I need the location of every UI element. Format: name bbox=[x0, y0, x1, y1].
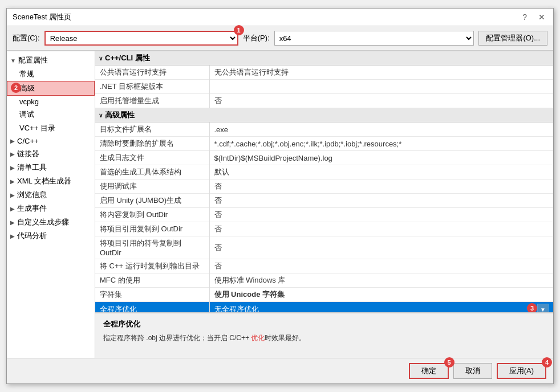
cancel-button[interactable]: 取消 bbox=[453, 363, 492, 379]
highlight-text: 优化 bbox=[251, 334, 265, 342]
prop-value: $(IntDir)$(MSBuildProjectName).log bbox=[209, 151, 553, 165]
table-row[interactable]: 将内容复制到 OutDir 否 bbox=[95, 208, 553, 222]
prop-key: 将项目引用复制到 OutDir bbox=[95, 222, 209, 236]
help-button[interactable]: ? bbox=[520, 13, 529, 22]
prop-key: 将项目引用的符号复制到 OutDir bbox=[95, 236, 209, 259]
prop-key: 启用 Unity (JUMBO)生成 bbox=[95, 194, 209, 208]
prop-value: *.cdf;*.cache;*.obj;*.obj.enc;*.ilk;*.ip… bbox=[209, 137, 553, 151]
table-row[interactable]: 将项目引用复制到 OutDir 否 bbox=[95, 222, 553, 236]
manifest-arrow-icon: ▶ bbox=[10, 165, 15, 171]
platform-label: 平台(P): bbox=[243, 33, 270, 43]
table-row[interactable]: 清除时要删除的扩展名 *.cdf;*.cache;*.obj;*.obj.enc… bbox=[95, 137, 553, 151]
prop-value: 使用标准 Windows 库 bbox=[209, 273, 553, 288]
section-cppcli-header: ∨ C++/CLI 属性 bbox=[95, 51, 553, 66]
table-row[interactable]: MFC 的使用 使用标准 Windows 库 bbox=[95, 273, 553, 288]
sidebar-item-label: 高级 bbox=[20, 84, 35, 92]
prop-key: 使用调试库 bbox=[95, 179, 209, 194]
main-panel: ∨ C++/CLI 属性 公共语言运行时支持 无公共语言运行时支持 .NET 目… bbox=[95, 51, 553, 358]
dropdown-arrow-button[interactable]: ▼ bbox=[537, 304, 549, 312]
description-area: 全程序优化 指定程序将跨 .obj 边界进行优化；当开启 C/C++ 优化时效果… bbox=[95, 312, 553, 358]
prop-value: 无全程序优化 ▼ 3 bbox=[209, 302, 553, 313]
table-row[interactable]: 首选的生成工具体系结构 默认 bbox=[95, 165, 553, 179]
sidebar-code-label: 代码分析 bbox=[17, 231, 47, 241]
prop-key: 生成日志文件 bbox=[95, 151, 209, 165]
sidebar-custom-header[interactable]: ▶ 自定义生成步骤 bbox=[7, 215, 95, 229]
prop-value: 无公共语言运行时支持 bbox=[209, 66, 553, 80]
sidebar-item-label: 调试 bbox=[19, 110, 34, 119]
props-area: ∨ C++/CLI 属性 公共语言运行时支持 无公共语言运行时支持 .NET 目… bbox=[95, 51, 553, 312]
selected-row-value: 无全程序优化 ▼ bbox=[214, 304, 549, 312]
prop-key: 启用托管增量生成 bbox=[95, 94, 209, 108]
sidebar-root-header[interactable]: ▼ 配置属性 bbox=[7, 54, 95, 67]
prop-key: 清除时要删除的扩展名 bbox=[95, 137, 209, 151]
prop-value: 否 bbox=[209, 208, 553, 222]
cppcli-arrow-icon: ∨ bbox=[99, 55, 103, 62]
config-select[interactable]: Release bbox=[44, 31, 238, 46]
bottom-bar: 确定 5 取消 应用(A) 4 bbox=[7, 358, 553, 383]
title-controls: ? ✕ bbox=[520, 13, 547, 22]
sidebar-linker-header[interactable]: ▶ 链接器 bbox=[7, 147, 95, 161]
prop-value: 否 bbox=[209, 259, 553, 273]
table-row[interactable]: 字符集 使用 Unicode 字符集 bbox=[95, 288, 553, 302]
config-label: 配置(C): bbox=[13, 33, 40, 43]
cppcli-table: 公共语言运行时支持 无公共语言运行时支持 .NET 目标框架版本 启用托管增量生… bbox=[95, 66, 553, 108]
table-row[interactable]: 启用托管增量生成 否 bbox=[95, 94, 553, 108]
prop-value: 否 bbox=[209, 194, 553, 208]
apply-button[interactable]: 应用(A) bbox=[497, 363, 546, 379]
sidebar-code-header[interactable]: ▶ 代码分析 bbox=[7, 229, 95, 243]
prop-key: 将 C++ 运行时复制到输出目录 bbox=[95, 259, 209, 273]
section-advanced-title: 高级属性 bbox=[105, 110, 135, 120]
dialog-window: SceneTest 属性页 ? ✕ 配置(C): Release 1 平台(P)… bbox=[6, 8, 554, 384]
ok-button[interactable]: 确定 bbox=[409, 363, 449, 379]
sidebar-item-vcpkg[interactable]: vcpkg bbox=[7, 96, 95, 108]
sidebar-item-高级[interactable]: 高级 2 bbox=[7, 81, 95, 96]
table-row[interactable]: 公共语言运行时支持 无公共语言运行时支持 bbox=[95, 66, 553, 80]
code-arrow-icon: ▶ bbox=[10, 233, 15, 239]
table-row-selected[interactable]: 全程序优化 无全程序优化 ▼ 3 bbox=[95, 302, 553, 313]
sidebar-xml-header[interactable]: ▶ XML 文档生成器 bbox=[7, 174, 95, 188]
prop-key: 首选的生成工具体系结构 bbox=[95, 165, 209, 179]
table-row[interactable]: 将 C++ 运行时复制到输出目录 否 bbox=[95, 259, 553, 273]
close-button[interactable]: ✕ bbox=[536, 13, 547, 22]
badge-3: 3 bbox=[527, 303, 537, 313]
sidebar-events-header[interactable]: ▶ 生成事件 bbox=[7, 202, 95, 215]
table-row[interactable]: 生成日志文件 $(IntDir)$(MSBuildProjectName).lo… bbox=[95, 151, 553, 165]
section-cppcli-title: C++/CLI 属性 bbox=[105, 53, 150, 63]
description-title: 全程序优化 bbox=[103, 319, 545, 329]
sidebar-root-label: 配置属性 bbox=[18, 55, 48, 66]
sidebar-item-调试[interactable]: 调试 bbox=[7, 108, 95, 121]
cc-arrow-icon: ▶ bbox=[10, 138, 15, 144]
title-bar: SceneTest 属性页 ? ✕ bbox=[7, 9, 553, 26]
advanced-table: 目标文件扩展名 .exe 清除时要删除的扩展名 *.cdf;*.cache;*.… bbox=[95, 122, 553, 312]
sidebar-manifest-header[interactable]: ▶ 清单工具 bbox=[7, 161, 95, 174]
sidebar-item-VC目录[interactable]: VC++ 目录 bbox=[7, 121, 95, 135]
prop-value bbox=[209, 80, 553, 94]
sidebar-item-label: VC++ 目录 bbox=[19, 124, 55, 132]
sidebar-browse-header[interactable]: ▶ 浏览信息 bbox=[7, 188, 95, 202]
sidebar-item-常规[interactable]: 常规 bbox=[7, 67, 95, 81]
sidebar-cc-header[interactable]: ▶ C/C++ bbox=[7, 135, 95, 147]
table-row[interactable]: 使用调试库 否 bbox=[95, 179, 553, 194]
badge-4: 4 bbox=[542, 357, 552, 368]
badge-5: 5 bbox=[444, 357, 455, 368]
description-text: 指定程序将跨 .obj 边界进行优化；当开启 C/C++ 优化时效果最好。 bbox=[103, 333, 545, 343]
sidebar-cc-label: C/C++ bbox=[17, 137, 39, 145]
sidebar-browse-label: 浏览信息 bbox=[17, 190, 47, 200]
prop-key: 全程序优化 bbox=[95, 302, 209, 313]
sidebar-manifest-label: 清单工具 bbox=[17, 162, 47, 173]
sidebar-item-label: vcpkg bbox=[19, 97, 39, 106]
platform-select[interactable]: x64 bbox=[274, 31, 474, 46]
prop-key: MFC 的使用 bbox=[95, 273, 209, 288]
root-arrow-icon: ▼ bbox=[10, 58, 16, 64]
table-row[interactable]: 目标文件扩展名 .exe bbox=[95, 122, 553, 137]
badge-2: 2 bbox=[11, 83, 21, 93]
prop-key: .NET 目标框架版本 bbox=[95, 80, 209, 94]
table-row[interactable]: 将项目引用的符号复制到 OutDir 否 bbox=[95, 236, 553, 259]
table-row[interactable]: .NET 目标框架版本 bbox=[95, 80, 553, 94]
table-row[interactable]: 启用 Unity (JUMBO)生成 否 bbox=[95, 194, 553, 208]
selected-value-text: 无全程序优化 bbox=[214, 304, 259, 312]
sidebar-item-label: 常规 bbox=[19, 70, 34, 78]
prop-value: 否 bbox=[209, 179, 553, 194]
manage-config-button[interactable]: 配置管理器(O)... bbox=[478, 31, 547, 46]
sidebar-custom-label: 自定义生成步骤 bbox=[17, 217, 69, 227]
